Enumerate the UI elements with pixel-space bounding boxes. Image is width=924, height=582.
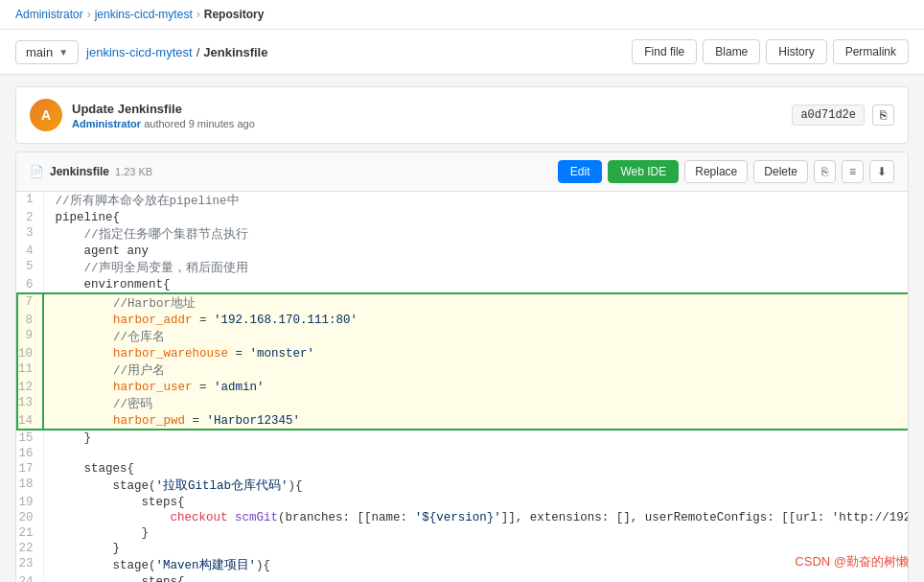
branch-selector[interactable]: main ▼ [15,40,79,64]
line-code [43,446,908,461]
table-row: 24 steps{ [17,574,908,582]
blame-button[interactable]: Blame [703,39,760,64]
line-number: 14 [17,413,43,430]
line-code: } [43,541,908,556]
file-path: jenkins-cicd-mytest / Jenkinsfile [86,45,267,59]
commit-left: A Update Jenkinsfile Administrator autho… [30,99,255,131]
file-type-icon: 📄 [30,165,44,178]
copy-sha-button[interactable]: ⎘ [872,105,894,126]
breadcrumb-sep-2: › [196,8,200,21]
web-ide-button[interactable]: Web IDE [608,160,679,183]
line-number: 6 [17,277,43,293]
table-row: 6 environment{ [17,277,908,293]
code-wrapper: 1//所有脚本命令放在pipeline中2pipeline{3 //指定任务哪个… [16,192,908,582]
line-code: //密码 [43,395,908,413]
table-row: 14 harbor_pwd = 'Harbor12345' [17,413,908,430]
line-number: 9 [17,328,43,346]
line-number: 22 [17,541,43,556]
line-number: 12 [17,380,43,395]
line-number: 8 [17,313,43,328]
delete-button[interactable]: Delete [753,160,808,183]
line-code: steps{ [43,495,908,510]
history-button[interactable]: History [766,39,826,64]
line-number: 2 [17,210,43,225]
line-code: //声明全局变量，稍后面使用 [43,259,908,277]
table-row: 7 //Harbor地址 [17,293,908,313]
table-row: 20 checkout scmGit(branches: [[name: '${… [17,510,908,525]
line-number: 15 [17,430,43,446]
download-button[interactable]: ⬇ [869,160,894,183]
line-number: 4 [17,244,43,259]
line-code: stage('Maven构建项目'){ [43,556,908,574]
line-code: environment{ [43,277,908,293]
table-row: 21 } [17,525,908,541]
line-code: //所有脚本命令放在pipeline中 [43,192,908,210]
table-row: 19 steps{ [17,495,908,510]
line-number: 11 [17,361,43,380]
line-code: pipeline{ [43,210,908,225]
line-number: 13 [17,395,43,413]
file-size-label: 1.23 KB [115,166,152,177]
line-number: 18 [17,477,43,495]
commit-details: Update Jenkinsfile Administrator authore… [72,102,255,129]
breadcrumb-current: Repository [204,8,265,21]
table-row: 12 harbor_user = 'admin' [17,380,908,395]
breadcrumb-repo[interactable]: jenkins-cicd-mytest [95,8,193,21]
table-row: 3 //指定任务哪个集群节点执行 [17,225,908,244]
find-file-button[interactable]: Find file [632,39,697,64]
line-number: 7 [17,293,43,313]
file-name-label: Jenkinsfile [50,165,109,178]
line-code: stages{ [43,461,908,477]
line-number: 1 [17,192,43,210]
breadcrumb: Administrator › jenkins-cicd-mytest › Re… [0,0,924,30]
replace-button[interactable]: Replace [684,160,748,183]
file-header: 📄 Jenkinsfile 1.23 KB Edit Web IDE Repla… [16,152,908,192]
avatar: A [30,99,62,131]
file-path-repo[interactable]: jenkins-cicd-mytest [86,45,193,59]
line-number: 21 [17,525,43,541]
line-number: 20 [17,510,43,525]
table-row: 5 //声明全局变量，稍后面使用 [17,259,908,277]
toolbar: main ▼ jenkins-cicd-mytest / Jenkinsfile… [0,30,924,75]
table-row: 22 } [17,541,908,556]
table-row: 15 } [17,430,908,446]
commit-right: a0d71d2e ⎘ [792,105,894,126]
commit-time: 9 minutes ago [189,118,255,129]
line-code: stage('拉取Gitlab仓库代码'){ [43,477,908,495]
table-row: 18 stage('拉取Gitlab仓库代码'){ [17,477,908,495]
table-row: 11 //用户名 [17,361,908,380]
line-code: agent any [43,244,908,259]
table-row: 10 harbor_warehouse = 'monster' [17,346,908,361]
commit-authored: authored [144,118,188,129]
commit-meta: Administrator authored 9 minutes ago [72,118,255,129]
table-row: 9 //仓库名 [17,328,908,346]
file-container: 📄 Jenkinsfile 1.23 KB Edit Web IDE Repla… [15,151,909,582]
line-code: //仓库名 [43,328,908,346]
line-number: 23 [17,556,43,574]
commit-info: A Update Jenkinsfile Administrator autho… [15,86,909,144]
line-code: harbor_addr = '192.168.170.111:80' [43,313,908,328]
file-header-right: Edit Web IDE Replace Delete ⎘ ≡ ⬇ [558,160,894,183]
toolbar-right: Find file Blame History Permalink [632,39,909,64]
toolbar-left: main ▼ jenkins-cicd-mytest / Jenkinsfile [15,40,267,64]
breadcrumb-admin[interactable]: Administrator [15,8,83,21]
line-code: //Harbor地址 [43,293,908,313]
blame-icon-button[interactable]: ≡ [842,160,864,183]
permalink-button[interactable]: Permalink [833,39,909,64]
line-number: 17 [17,461,43,477]
line-number: 16 [17,446,43,461]
commit-sha: a0d71d2e [792,105,865,126]
line-number: 19 [17,495,43,510]
line-code: harbor_pwd = 'Harbor12345' [43,413,908,430]
table-row: 2pipeline{ [17,210,908,225]
branch-name: main [26,45,53,59]
edit-button[interactable]: Edit [558,160,603,183]
line-code: } [43,430,908,446]
raw-button[interactable]: ⎘ [814,160,836,183]
line-number: 5 [17,259,43,277]
line-number: 24 [17,574,43,582]
file-path-filename: Jenkinsfile [203,45,267,59]
file-header-left: 📄 Jenkinsfile 1.23 KB [30,165,152,178]
line-code: checkout scmGit(branches: [[name: '${ver… [43,510,908,525]
commit-author[interactable]: Administrator [72,118,141,129]
